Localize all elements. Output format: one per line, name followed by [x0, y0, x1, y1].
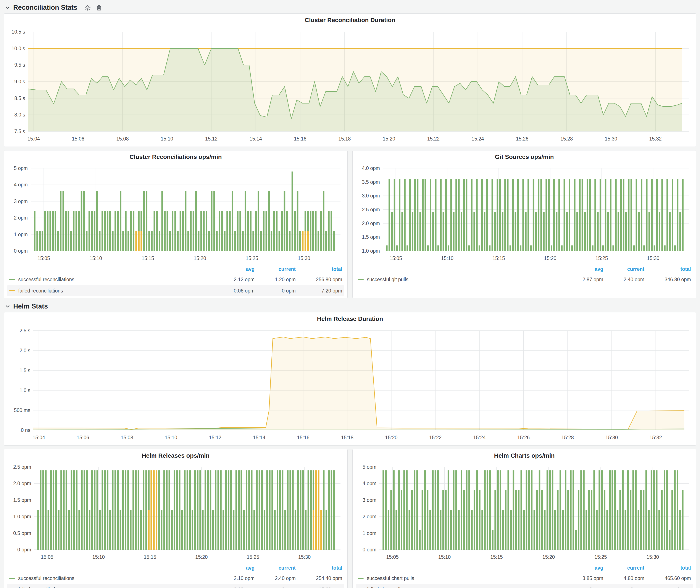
legend-label[interactable]: successful reconciliations — [18, 575, 74, 581]
section-title[interactable]: Reconciliation Stats — [13, 4, 77, 11]
svg-text:15:10: 15:10 — [438, 554, 451, 560]
panel-title[interactable]: Cluster Reconciliations ops/min — [7, 152, 344, 162]
legend-row-successful: successful reconciliations 2.12 opm 1.20… — [7, 274, 344, 285]
panel-title[interactable]: Cluster Reconciliation Duration — [7, 15, 693, 25]
legend-col-total[interactable]: total — [644, 266, 691, 272]
svg-text:1.0 s: 1.0 s — [19, 388, 30, 393]
stat-avg: 2.87 opm — [562, 277, 603, 283]
svg-text:15:28: 15:28 — [561, 435, 574, 440]
svg-text:0 opm: 0 opm — [14, 248, 28, 254]
panel-row-helm-ops: Helm Releases ops/min 15:0515:1015:1515:… — [4, 449, 696, 588]
legend-col-total[interactable]: total — [296, 266, 342, 272]
svg-text:8.0 s: 8.0 s — [14, 112, 25, 118]
legend-col-total[interactable]: total — [296, 565, 342, 571]
svg-text:15:05: 15:05 — [37, 255, 50, 261]
legend-label[interactable]: successful chart pulls — [367, 575, 414, 581]
panel-cluster-reconciliations-opm: Cluster Reconciliations ops/min 15:0515:… — [4, 150, 348, 298]
section-title[interactable]: Helm Stats — [13, 302, 48, 310]
legend-col-avg[interactable]: avg — [562, 266, 603, 272]
legend-row-successful: successful git pulls 2.87 opm 2.40 opm 3… — [356, 274, 693, 285]
legend-item[interactable]: successful reconciliations — [9, 575, 213, 581]
stat-total: 7.20 opm — [296, 288, 342, 294]
svg-text:15:28: 15:28 — [560, 136, 573, 142]
cluster-reconciliation-duration-chart[interactable]: 15:0415:0615:0815:1015:1215:1415:1615:18… — [7, 25, 692, 145]
svg-text:3.0 opm: 3.0 opm — [362, 193, 380, 199]
legend-col-current[interactable]: current — [255, 266, 296, 272]
legend-row-failed: failed reconciliations 0.13 opm 0 opm 15… — [7, 584, 344, 588]
svg-text:15:25: 15:25 — [247, 554, 259, 560]
stat-total: 346.80 opm — [644, 277, 691, 283]
stat-total: 465.60 opm — [644, 575, 691, 581]
svg-text:3 opm: 3 opm — [363, 497, 376, 503]
legend: avg current total successful git pulls 2… — [356, 264, 693, 285]
legend-item[interactable]: successful reconciliations — [9, 277, 213, 283]
panel-title[interactable]: Helm Release Duration — [7, 314, 693, 324]
svg-text:2 opm: 2 opm — [14, 215, 28, 221]
svg-text:15:10: 15:10 — [90, 255, 102, 261]
svg-text:9.0 s: 9.0 s — [14, 79, 25, 84]
legend-row-successful: successful reconciliations 2.10 opm 2.40… — [7, 573, 344, 584]
svg-text:15:30: 15:30 — [298, 255, 310, 261]
legend-col-avg[interactable]: avg — [562, 565, 603, 571]
git-sources-opm-chart[interactable]: 15:0515:1015:1515:2015:2515:301.0 opm1.5… — [356, 162, 692, 264]
legend-col-current[interactable]: current — [255, 565, 296, 571]
series-swatch-green — [9, 279, 15, 280]
legend-col-total[interactable]: total — [644, 565, 691, 571]
svg-text:2.5 s: 2.5 s — [19, 328, 30, 333]
trash-icon[interactable] — [96, 4, 102, 11]
series-swatch-yellow — [9, 290, 15, 291]
stat-avg: 0.13 opm — [213, 587, 255, 588]
cluster-reconciliations-opm-chart[interactable]: 15:0515:1015:1515:2015:2515:300 opm1 opm… — [7, 162, 344, 264]
svg-text:3 opm: 3 opm — [14, 199, 28, 204]
legend-header-row: avg current total — [7, 264, 344, 274]
legend-item[interactable]: successful git pulls — [358, 277, 562, 283]
legend-col-avg[interactable]: avg — [213, 565, 255, 571]
svg-text:15:18: 15:18 — [341, 435, 354, 440]
panel-title[interactable]: Git Sources ops/min — [356, 152, 693, 162]
helm-release-duration-chart[interactable]: 15:0415:0615:0815:1015:1215:1415:1615:18… — [7, 324, 692, 444]
legend-item[interactable]: failed reconciliations — [9, 587, 213, 588]
svg-text:15:26: 15:26 — [516, 136, 529, 142]
legend-label[interactable]: successful git pulls — [367, 277, 408, 283]
gear-icon[interactable] — [84, 4, 91, 11]
panel-title[interactable]: Helm Releases ops/min — [7, 451, 344, 461]
chevron-down-icon[interactable] — [5, 303, 11, 309]
svg-text:1.5 s: 1.5 s — [19, 368, 30, 373]
legend-col-avg[interactable]: avg — [213, 266, 255, 272]
legend-item[interactable]: failed chart pulls — [358, 587, 562, 588]
legend-item[interactable]: successful chart pulls — [358, 575, 562, 581]
chevron-down-icon[interactable] — [5, 5, 11, 11]
legend-label[interactable]: failed chart pulls — [367, 587, 403, 588]
panel-title[interactable]: Helm Charts ops/min — [356, 451, 693, 461]
svg-text:15:20: 15:20 — [385, 435, 398, 440]
stat-current: 2.40 opm — [255, 575, 296, 581]
svg-text:2.5 opm: 2.5 opm — [13, 464, 31, 470]
helm-releases-opm-chart[interactable]: 15:0515:1015:1515:2015:2515:300 opm0.5 o… — [7, 461, 344, 563]
svg-text:15:05: 15:05 — [41, 554, 53, 560]
panel-helm-charts-opm: Helm Charts ops/min 15:0515:1015:1515:20… — [352, 449, 696, 588]
svg-text:4 opm: 4 opm — [363, 481, 376, 486]
svg-text:0 ns: 0 ns — [21, 427, 30, 433]
legend-header-row: avg current total — [356, 563, 693, 573]
svg-text:15:15: 15:15 — [492, 255, 505, 261]
svg-text:15:30: 15:30 — [647, 554, 659, 560]
legend-col-current[interactable]: current — [603, 266, 644, 272]
legend: avg current total successful reconciliat… — [7, 264, 344, 296]
svg-text:2.0 opm: 2.0 opm — [362, 221, 380, 226]
legend-item[interactable]: failed reconciliations — [9, 288, 213, 294]
helm-charts-opm-chart[interactable]: 15:0515:1015:1515:2015:2515:300 opm1 opm… — [356, 461, 692, 563]
legend-label[interactable]: failed reconciliations — [18, 587, 63, 588]
legend-label[interactable]: successful reconciliations — [18, 277, 74, 283]
svg-text:15:10: 15:10 — [441, 255, 454, 261]
svg-text:5 opm: 5 opm — [363, 464, 376, 470]
legend-col-current[interactable]: current — [603, 565, 644, 571]
legend: avg current total successful chart pulls… — [356, 563, 693, 588]
svg-text:15:04: 15:04 — [33, 435, 45, 440]
svg-text:15:05: 15:05 — [390, 255, 402, 261]
svg-text:15:06: 15:06 — [72, 136, 84, 142]
legend-label[interactable]: failed reconciliations — [18, 288, 63, 294]
svg-text:15:20: 15:20 — [195, 554, 208, 560]
grafana-dashboard: Reconciliation Stats Cluster Reconciliat… — [0, 0, 700, 588]
stat-total: 15.60 opm — [296, 587, 342, 588]
svg-text:15:06: 15:06 — [77, 435, 89, 440]
